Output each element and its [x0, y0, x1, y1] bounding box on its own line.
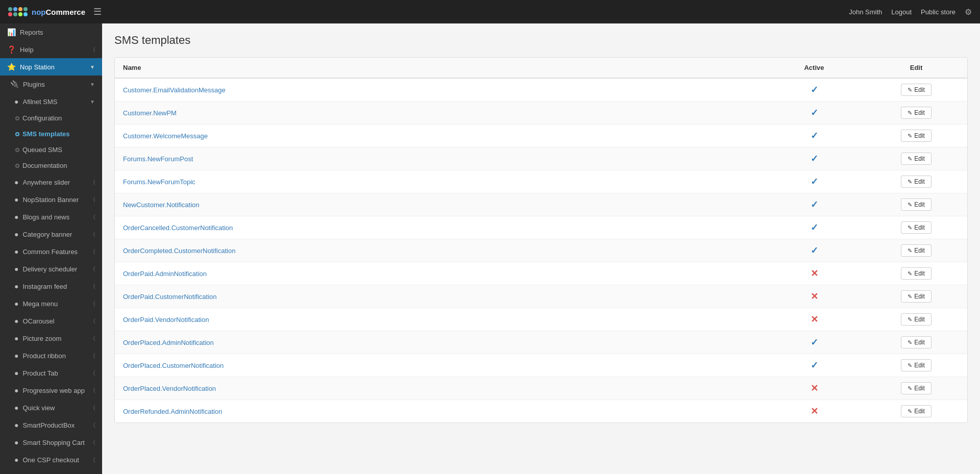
table-row: OrderPlaced.CustomerNotification✓✎ Edit: [115, 354, 967, 377]
sidebar-item-instagram-feed[interactable]: ● Instagram feed 〈: [0, 278, 102, 295]
sidebar-item-nopstation-banner[interactable]: ● NopStation Banner 〈: [0, 191, 102, 208]
sidebar-item-smartproductbox-label: SmartProductBox: [22, 421, 75, 429]
main-content: SMS templates Name Active Edit Customer.…: [102, 23, 980, 474]
sidebar-item-delivery-scheduler[interactable]: ● Delivery scheduler 〈: [0, 260, 102, 278]
config-dot: [15, 116, 19, 120]
sms-template-name-link[interactable]: OrderRefunded.AdminNotification: [123, 408, 222, 415]
sms-template-name-link[interactable]: Customer.WelcomeMessage: [123, 132, 208, 140]
pencil-icon: ✎: [908, 202, 912, 208]
table-row: Forums.NewForumPost✓✎ Edit: [115, 147, 967, 170]
edit-button[interactable]: ✎ Edit: [901, 267, 932, 280]
edit-button[interactable]: ✎ Edit: [901, 84, 932, 96]
sidebar-item-category-banner[interactable]: ● Category banner 〈: [0, 226, 102, 243]
table-row: OrderPaid.AdminNotification✕✎ Edit: [115, 262, 967, 285]
pencil-icon: ✎: [908, 270, 912, 277]
table-row: OrderCancelled.CustomerNotification✓✎ Ed…: [115, 216, 967, 239]
afilnet-arrow: ▼: [90, 99, 95, 105]
check-icon: ✓: [811, 177, 818, 187]
edit-cell: ✎ Edit: [865, 262, 967, 285]
edit-button[interactable]: ✎ Edit: [901, 176, 932, 188]
table-row: Customer.WelcomeMessage✓✎ Edit: [115, 124, 967, 147]
sms-template-name-link[interactable]: OrderCancelled.CustomerNotification: [123, 224, 233, 232]
active-status-cell: ✓: [763, 170, 865, 193]
sidebar-item-ocarousel[interactable]: ● OCarousel 〈: [0, 312, 102, 330]
sidebar-item-mega-menu[interactable]: ● Mega menu 〈: [0, 295, 102, 312]
sidebar-item-help[interactable]: ❓ Help 〈: [0, 41, 102, 58]
table-row: OrderPlaced.VendorNotification✕✎ Edit: [115, 377, 967, 400]
sidebar-item-one-csp-checkout[interactable]: ● One CSP checkout 〈: [0, 451, 102, 468]
public-store-button[interactable]: Public store: [921, 8, 955, 16]
product-tab-icon: ●: [14, 369, 18, 377]
sidebar-item-anywhere-slider[interactable]: ● Anywhere slider 〈: [0, 173, 102, 191]
edit-button[interactable]: ✎ Edit: [901, 107, 932, 119]
active-status-cell: ✓: [763, 354, 865, 377]
nopstation-banner-icon: ●: [14, 195, 18, 204]
edit-button[interactable]: ✎ Edit: [901, 153, 932, 165]
active-status-cell: ✕: [763, 377, 865, 400]
sidebar-item-afilnet-sms[interactable]: ● Afilnet SMS ▼: [0, 93, 102, 110]
plugins-icon: 🔌: [10, 80, 19, 88]
sms-template-name-link[interactable]: Customer.EmailValidationMessage: [123, 86, 226, 94]
sidebar-item-quick-view[interactable]: ● Quick view 〈: [0, 399, 102, 416]
sidebar-item-reports[interactable]: 📊 Reports: [0, 23, 102, 41]
quick-view-icon: ●: [14, 404, 18, 412]
sidebar-item-configuration[interactable]: Configuration: [0, 110, 102, 126]
sidebar-item-documentation[interactable]: Documentation: [0, 158, 102, 173]
sidebar-item-nopstation[interactable]: ⭐ Nop Station ▼: [0, 58, 102, 76]
edit-button[interactable]: ✎ Edit: [901, 198, 932, 211]
sidebar-item-blogs-and-news[interactable]: ● Blogs and news 〈: [0, 208, 102, 226]
sidebar-item-common-features[interactable]: ● Common Features 〈: [0, 243, 102, 260]
sidebar-item-ocarousel-label: OCarousel: [22, 317, 54, 325]
pencil-icon: ✎: [908, 385, 912, 392]
sidebar-item-plugins[interactable]: 🔌 Plugins ▼: [0, 76, 102, 93]
sms-template-name-link[interactable]: OrderPaid.AdminNotification: [123, 270, 207, 278]
edit-cell: ✎ Edit: [865, 354, 967, 377]
queued-sms-dot: [15, 148, 19, 152]
sidebar-item-product-ribbon[interactable]: ● Product ribbon 〈: [0, 347, 102, 364]
sms-template-name-link[interactable]: OrderPlaced.AdminNotification: [123, 339, 214, 346]
sidebar-item-queued-sms[interactable]: Queued SMS: [0, 142, 102, 158]
sms-template-name-link[interactable]: OrderPlaced.VendorNotification: [123, 385, 216, 392]
hamburger-button[interactable]: ☰: [93, 6, 102, 17]
edit-button[interactable]: ✎ Edit: [901, 313, 932, 326]
edit-button[interactable]: ✎ Edit: [901, 244, 932, 257]
col-header-name: Name: [115, 58, 763, 78]
table-row: OrderPaid.CustomerNotification✕✎ Edit: [115, 285, 967, 308]
edit-button[interactable]: ✎ Edit: [901, 290, 932, 303]
edit-button[interactable]: ✎ Edit: [901, 405, 932, 417]
sms-template-name-link[interactable]: NewCustomer.Notification: [123, 201, 200, 209]
afilnet-sms-icon: ●: [14, 97, 18, 106]
edit-button[interactable]: ✎ Edit: [901, 359, 932, 371]
sms-template-name-link[interactable]: OrderPaid.CustomerNotification: [123, 293, 217, 301]
sms-template-name-link[interactable]: OrderPlaced.CustomerNotification: [123, 362, 224, 369]
edit-cell: ✎ Edit: [865, 285, 967, 308]
sidebar-item-picture-zoom[interactable]: ● Picture zoom 〈: [0, 330, 102, 347]
sms-template-name-link[interactable]: OrderCompleted.CustomerNotification: [123, 247, 235, 255]
sidebar-item-smartproductbox[interactable]: ● SmartProductBox 〈: [0, 416, 102, 434]
sms-template-name-link[interactable]: Forums.NewForumPost: [123, 155, 193, 163]
smart-shopping-cart-icon: ●: [14, 438, 18, 446]
sidebar-item-progressive-web-app[interactable]: ● Progressive web app 〈: [0, 382, 102, 399]
edit-button[interactable]: ✎ Edit: [901, 382, 932, 394]
sidebar-item-sms-templates[interactable]: SMS templates: [0, 126, 102, 142]
table-row: NewCustomer.Notification✓✎ Edit: [115, 193, 967, 216]
pencil-icon: ✎: [908, 87, 912, 93]
edit-button[interactable]: ✎ Edit: [901, 221, 932, 234]
active-status-cell: ✕: [763, 262, 865, 285]
sidebar-item-product-tab[interactable]: ● Product Tab 〈: [0, 364, 102, 382]
sms-template-name-link[interactable]: Customer.NewPM: [123, 109, 177, 117]
sidebar-item-smart-shopping-cart[interactable]: ● Smart Shopping Cart 〈: [0, 434, 102, 451]
edit-cell: ✎ Edit: [865, 124, 967, 147]
gear-icon[interactable]: ⚙: [965, 7, 972, 17]
cross-icon: ✕: [811, 383, 818, 393]
edit-button[interactable]: ✎ Edit: [901, 336, 932, 348]
table-row: OrderPaid.VendorNotification✕✎ Edit: [115, 308, 967, 331]
sms-template-name-link[interactable]: OrderPaid.VendorNotification: [123, 316, 209, 323]
edit-button[interactable]: ✎ Edit: [901, 130, 932, 142]
edit-cell: ✎ Edit: [865, 78, 967, 102]
pencil-icon: ✎: [908, 293, 912, 300]
layout: 📊 Reports ❓ Help 〈 ⭐ Nop Station ▼ 🔌 Plu…: [0, 23, 980, 474]
logout-button[interactable]: Logout: [891, 8, 912, 16]
check-icon: ✓: [811, 154, 818, 164]
sms-template-name-link[interactable]: Forums.NewForumTopic: [123, 178, 195, 186]
